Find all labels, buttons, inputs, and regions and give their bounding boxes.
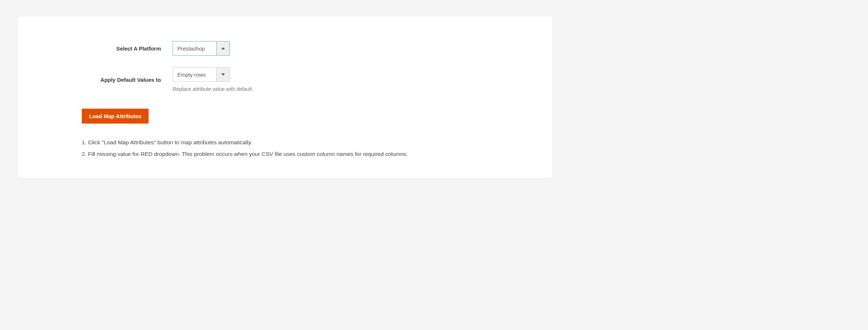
default-values-select[interactable]: Empty rows: [173, 67, 253, 82]
platform-select-toggle[interactable]: [216, 41, 230, 56]
platform-label: Select A Platform: [62, 45, 173, 52]
instructions: 1. Click "Load Map Attributes" button to…: [62, 137, 509, 160]
load-map-attributes-button[interactable]: Load Map Attributes: [82, 109, 149, 124]
instruction-step-1: 1. Click "Load Map Attributes" button to…: [82, 137, 509, 148]
platform-row: Select A Platform Prestashop: [62, 41, 509, 56]
platform-select[interactable]: Prestashop: [173, 41, 230, 56]
default-values-select-value: Empty rows: [173, 67, 216, 82]
default-values-label: Apply Default Values to: [62, 77, 173, 83]
default-values-row: Apply Default Values to Empty rows Repla…: [62, 67, 509, 92]
chevron-up-icon: [221, 47, 225, 49]
default-values-select-toggle[interactable]: [216, 67, 230, 82]
instruction-step-2: 2. Fill missing value for RED dropdown. …: [82, 148, 509, 160]
chevron-down-icon: [221, 73, 225, 76]
action-row: Load Map Attributes: [62, 109, 509, 124]
settings-panel: Select A Platform Prestashop Apply Defau…: [18, 16, 552, 178]
platform-select-value: Prestashop: [173, 41, 216, 56]
default-values-help: Replace attribute value with default.: [173, 86, 253, 92]
